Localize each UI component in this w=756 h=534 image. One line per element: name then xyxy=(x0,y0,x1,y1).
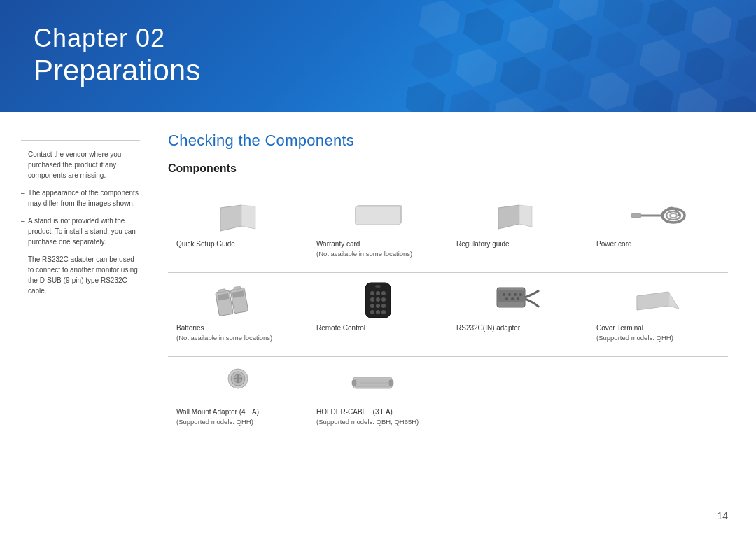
svg-point-42 xyxy=(511,297,514,300)
batteries-icon xyxy=(176,280,300,319)
sidebar-divider xyxy=(21,140,140,141)
svg-point-41 xyxy=(505,297,508,300)
svg-point-28 xyxy=(370,304,374,308)
page-number: 14 xyxy=(717,510,728,521)
warranty-card-icon xyxy=(316,196,440,235)
cover-terminal-icon xyxy=(596,280,720,319)
svg-point-30 xyxy=(382,304,386,308)
svg-point-23 xyxy=(376,291,380,295)
regulatory-guide-icon xyxy=(456,196,580,235)
sidebar: Contact the vendor where you purchased t… xyxy=(0,112,154,534)
holder-cable-label: HOLDER-CABLE (3 EA) (Supported models: Q… xyxy=(316,407,419,427)
sidebar-note-4: The RS232C adapter can be used to connec… xyxy=(21,254,140,296)
svg-point-12 xyxy=(670,213,677,218)
svg-point-24 xyxy=(382,291,386,295)
warranty-card-label: Warranty card (Not available in some loc… xyxy=(316,239,412,259)
content-area: Checking the Components Components xyxy=(154,112,756,534)
regulatory-guide-label: Regulatory guide xyxy=(456,239,510,249)
component-holder-cable: HOLDER-CABLE (3 EA) (Supported models: Q… xyxy=(308,357,448,441)
rs232c-adapter-label: RS232C(IN) adapter xyxy=(456,323,520,333)
component-quick-setup-guide: Quick Setup Guide xyxy=(168,189,308,273)
batteries-label: Batteries (Not available in some locatio… xyxy=(176,323,272,343)
chapter-label: Chapter 02 xyxy=(34,23,200,53)
sidebar-note-3: A stand is not provided with the product… xyxy=(21,216,140,247)
sidebar-note-1: Contact the vendor where you purchased t… xyxy=(21,149,140,181)
svg-rect-6 xyxy=(356,206,400,225)
svg-point-29 xyxy=(376,304,380,308)
cover-terminal-label: Cover Terminal (Supported models: QHH) xyxy=(596,323,673,343)
remote-control-label: Remote Control xyxy=(316,323,365,333)
svg-rect-54 xyxy=(389,380,393,386)
svg-point-25 xyxy=(370,297,374,302)
svg-point-22 xyxy=(370,291,374,295)
quick-setup-guide-label: Quick Setup Guide xyxy=(176,239,235,249)
page-header: Chapter 02 Preparations xyxy=(0,0,756,112)
svg-marker-9 xyxy=(519,205,532,227)
svg-point-37 xyxy=(503,293,505,296)
svg-point-40 xyxy=(519,293,522,296)
power-cord-label: Power cord xyxy=(596,239,632,249)
svg-marker-1 xyxy=(220,205,241,231)
svg-point-38 xyxy=(508,293,511,296)
component-warranty-card: Warranty card (Not available in some loc… xyxy=(308,189,448,273)
component-power-cord: Power cord xyxy=(588,189,728,273)
section-heading: Checking the Components xyxy=(168,132,728,150)
svg-marker-45 xyxy=(637,292,668,310)
component-wall-mount-adapter: Wall Mount Adapter (4 EA) (Supported mod… xyxy=(168,357,308,441)
svg-point-34 xyxy=(375,285,381,288)
svg-marker-8 xyxy=(498,205,519,229)
hex-pattern xyxy=(406,0,756,112)
component-remote-control: Remote Control xyxy=(308,273,448,357)
svg-point-31 xyxy=(370,310,374,314)
component-cover-terminal: Cover Terminal (Supported models: QHH) xyxy=(588,273,728,357)
rs232c-adapter-icon xyxy=(456,280,580,319)
svg-rect-36 xyxy=(498,290,524,302)
holder-cable-icon xyxy=(316,364,440,403)
svg-rect-13 xyxy=(631,213,641,218)
power-cord-icon xyxy=(596,196,720,235)
components-grid: Quick Setup Guide Warranty card xyxy=(168,189,728,441)
component-rs232c-adapter: RS232C(IN) adapter xyxy=(448,273,588,357)
sidebar-note-2: The appearance of the components may dif… xyxy=(21,188,140,209)
svg-point-39 xyxy=(514,293,517,296)
header-bg-pattern xyxy=(406,0,756,112)
svg-point-32 xyxy=(376,310,380,314)
remote-control-icon xyxy=(316,280,440,319)
svg-point-26 xyxy=(376,297,380,302)
wall-mount-adapter-icon xyxy=(176,364,300,403)
main-content: Contact the vendor where you purchased t… xyxy=(0,112,756,534)
page-title: Preparations xyxy=(34,53,200,88)
component-batteries: Batteries (Not available in some locatio… xyxy=(168,273,308,357)
svg-point-33 xyxy=(382,310,386,314)
component-regulatory-guide: Regulatory guide xyxy=(448,189,588,273)
wall-mount-adapter-label: Wall Mount Adapter (4 EA) (Supported mod… xyxy=(176,407,259,427)
svg-rect-53 xyxy=(352,380,356,386)
quick-setup-guide-icon xyxy=(176,196,300,235)
svg-point-27 xyxy=(382,297,386,302)
header-title: Chapter 02 Preparations xyxy=(34,23,200,89)
svg-marker-2 xyxy=(241,205,255,229)
sub-heading: Components xyxy=(168,162,728,175)
svg-point-43 xyxy=(517,297,519,300)
